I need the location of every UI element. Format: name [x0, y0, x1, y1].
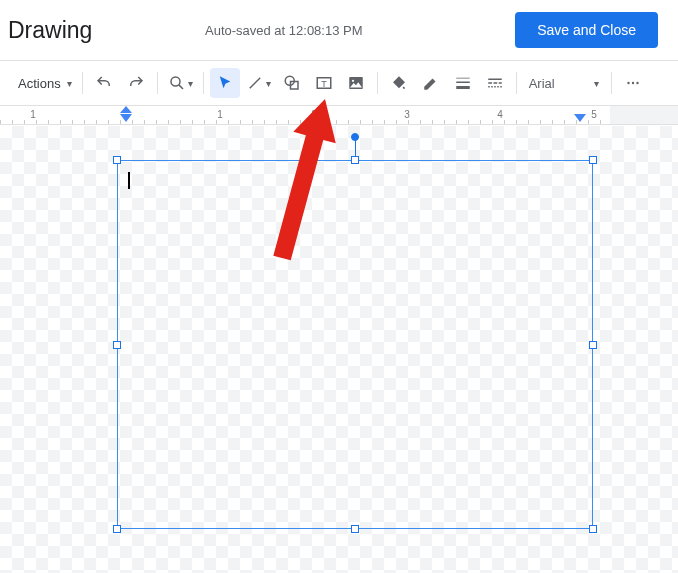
more-options-button[interactable] [618, 68, 648, 98]
svg-rect-10 [456, 82, 470, 84]
ellipsis-icon [624, 74, 642, 92]
svg-point-23 [636, 82, 638, 84]
rotation-handle[interactable] [351, 133, 359, 141]
svg-text:T: T [321, 79, 327, 89]
first-line-indent-marker[interactable] [120, 106, 132, 113]
svg-rect-14 [493, 82, 497, 84]
svg-line-1 [179, 85, 183, 89]
resize-handle-bm[interactable] [351, 525, 359, 533]
svg-point-22 [631, 82, 633, 84]
border-color-button[interactable] [416, 68, 446, 98]
svg-rect-16 [488, 86, 490, 88]
svg-rect-19 [497, 86, 499, 88]
textbox-tool-button[interactable]: T [309, 68, 339, 98]
border-weight-button[interactable] [448, 68, 478, 98]
fill-color-button[interactable] [384, 68, 414, 98]
redo-icon [127, 74, 145, 92]
separator [611, 72, 612, 94]
line-tool-button[interactable]: ▾ [242, 68, 275, 98]
chevron-down-icon: ▾ [266, 78, 271, 89]
svg-rect-17 [491, 86, 493, 88]
resize-handle-tr[interactable] [589, 156, 597, 164]
line-icon [246, 74, 264, 92]
undo-icon [95, 74, 113, 92]
svg-point-0 [171, 77, 180, 86]
separator [203, 72, 204, 94]
svg-point-21 [627, 82, 629, 84]
ruler-gray-end [610, 106, 678, 124]
toolbar: Actions ▾ ▾ ▾ T [0, 61, 678, 105]
shape-tool-button[interactable] [277, 68, 307, 98]
separator [82, 72, 83, 94]
actions-label: Actions [12, 76, 65, 91]
autosave-status: Auto-saved at 12:08:13 PM [52, 23, 515, 38]
undo-button[interactable] [89, 68, 119, 98]
separator [157, 72, 158, 94]
svg-line-2 [249, 78, 260, 89]
svg-rect-13 [488, 82, 492, 84]
svg-rect-11 [456, 86, 470, 89]
svg-point-8 [352, 80, 354, 82]
right-indent-marker[interactable] [574, 114, 586, 122]
svg-rect-20 [500, 86, 502, 88]
paint-bucket-icon [390, 74, 408, 92]
pencil-icon [422, 74, 440, 92]
chevron-down-icon: ▾ [67, 78, 72, 89]
textbox-shape[interactable] [117, 160, 593, 529]
separator [377, 72, 378, 94]
resize-handle-bl[interactable] [113, 525, 121, 533]
svg-rect-18 [494, 86, 496, 88]
actions-menu[interactable]: Actions ▾ [8, 68, 76, 98]
border-dash-button[interactable] [480, 68, 510, 98]
svg-rect-15 [498, 82, 501, 84]
save-and-close-button[interactable]: Save and Close [515, 12, 658, 48]
shape-icon [283, 74, 301, 92]
font-family-label: Arial [529, 76, 555, 91]
horizontal-ruler[interactable]: 112345 [0, 105, 678, 125]
dialog-header: Drawing Auto-saved at 12:08:13 PM Save a… [0, 0, 678, 60]
svg-rect-12 [488, 79, 502, 81]
chevron-down-icon: ▾ [594, 78, 599, 89]
line-weight-icon [454, 74, 472, 92]
svg-rect-9 [456, 78, 470, 79]
drawing-canvas[interactable] [0, 126, 678, 573]
text-cursor [128, 172, 130, 189]
resize-handle-mr[interactable] [589, 341, 597, 349]
cursor-icon [216, 74, 234, 92]
redo-button[interactable] [121, 68, 151, 98]
select-tool-button[interactable] [210, 68, 240, 98]
image-tool-button[interactable] [341, 68, 371, 98]
font-family-select[interactable]: Arial ▾ [523, 68, 605, 98]
resize-handle-br[interactable] [589, 525, 597, 533]
rotation-connector [355, 139, 356, 157]
resize-handle-tl[interactable] [113, 156, 121, 164]
image-icon [347, 74, 365, 92]
zoom-button[interactable]: ▾ [164, 68, 197, 98]
resize-handle-tm[interactable] [351, 156, 359, 164]
textbox-icon: T [315, 74, 333, 92]
zoom-icon [168, 74, 186, 92]
separator [516, 72, 517, 94]
resize-handle-ml[interactable] [113, 341, 121, 349]
chevron-down-icon: ▾ [188, 78, 193, 89]
line-dash-icon [486, 74, 504, 92]
left-indent-marker[interactable] [120, 114, 132, 122]
